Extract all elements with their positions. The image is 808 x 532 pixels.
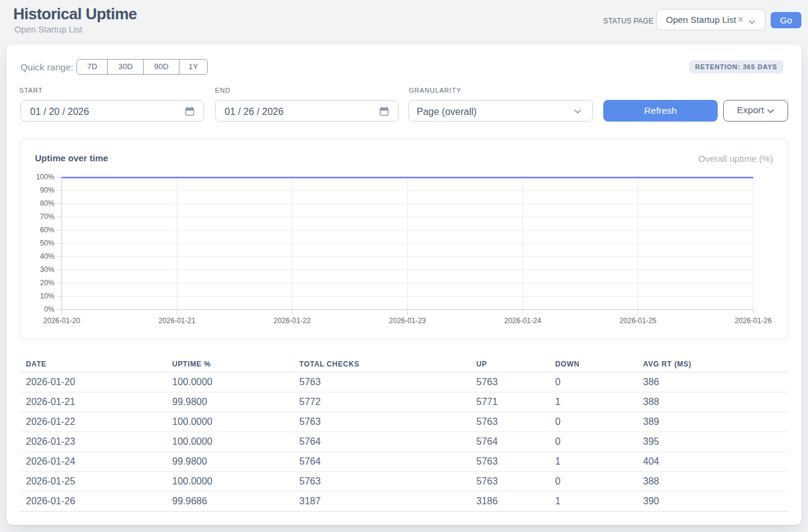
svg-text:40%: 40%: [40, 252, 54, 261]
svg-text:10%: 10%: [40, 292, 54, 300]
svg-text:0%: 0%: [44, 305, 55, 314]
svg-text:2026-01-23: 2026-01-23: [389, 317, 426, 325]
svg-text:2026-01-24: 2026-01-24: [505, 317, 542, 325]
svg-text:2026-01-21: 2026-01-21: [158, 317, 196, 325]
svg-text:80%: 80%: [40, 199, 54, 208]
svg-text:20%: 20%: [40, 279, 54, 287]
svg-text:30%: 30%: [40, 265, 54, 274]
svg-text:2026-01-25: 2026-01-25: [620, 317, 657, 325]
svg-text:70%: 70%: [40, 212, 54, 221]
svg-text:2026-01-26: 2026-01-26: [735, 317, 772, 325]
svg-text:2026-01-22: 2026-01-22: [274, 317, 311, 325]
svg-text:100%: 100%: [36, 173, 55, 181]
svg-text:90%: 90%: [40, 186, 54, 194]
svg-text:60%: 60%: [40, 226, 54, 234]
svg-text:50%: 50%: [40, 239, 54, 247]
svg-text:2026-01-20: 2026-01-20: [43, 317, 81, 325]
